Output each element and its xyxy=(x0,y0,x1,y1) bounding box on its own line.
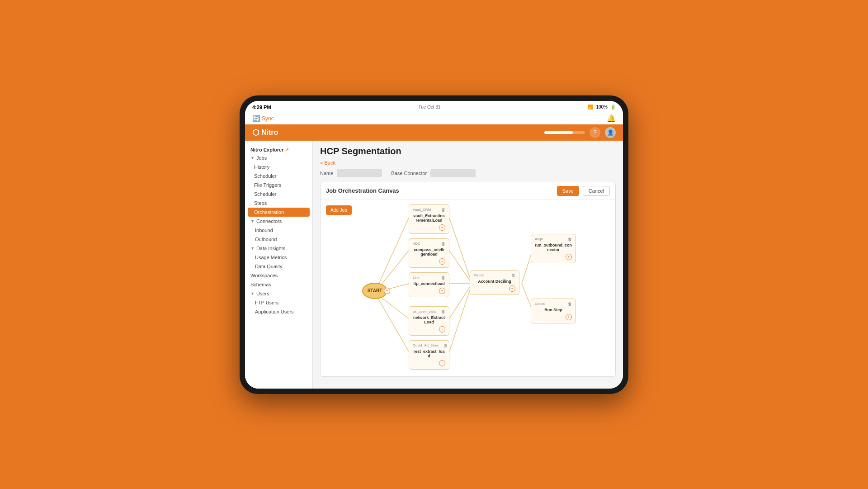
node-us-open-name: network_ExtractLoad xyxy=(413,315,445,324)
content-area: HCP Segmentation < Back Name Base Connec… xyxy=(313,141,623,389)
node-global-label: Global xyxy=(474,273,484,277)
node-vdc-source: VDC xyxy=(413,242,420,246)
delete-vdc-icon[interactable]: 🗑 xyxy=(441,242,445,246)
delete-global-icon[interactable]: 🗑 xyxy=(511,273,515,278)
sidebar-item-schemas[interactable]: Schemas xyxy=(245,280,312,289)
sidebar: Nitro Explorer ↗ ▼ Jobs History Schedule… xyxy=(245,141,313,389)
node-align-add[interactable]: + xyxy=(566,254,572,260)
start-label: START xyxy=(368,288,382,293)
progress-bar xyxy=(544,131,585,134)
delete-align-icon[interactable]: 🗑 xyxy=(568,237,572,242)
delete-vault-icon[interactable]: 🗑 xyxy=(441,208,445,212)
node-vault-add[interactable]: + xyxy=(439,224,445,231)
name-input[interactable] xyxy=(337,169,382,177)
chevron-down-icon-data-insights: ▼ xyxy=(250,246,255,251)
node-vault-source: Vault_CRM xyxy=(413,208,431,212)
node-align-label: Align xyxy=(535,237,543,241)
node-runstep-header: Global 🗑 xyxy=(535,302,572,306)
node-vdc: VDC 🗑 compass_intelligentioad + xyxy=(409,238,449,268)
help-icon[interactable]: ? xyxy=(590,127,600,138)
node-covid-add[interactable]: + xyxy=(439,360,445,366)
delete-link-icon[interactable]: 🗑 xyxy=(441,275,445,280)
start-node[interactable]: START + xyxy=(362,283,387,299)
sidebar-item-inbound[interactable]: Inbound xyxy=(245,226,312,235)
back-link[interactable]: < Back xyxy=(320,160,335,166)
tablet-screen: 4:29 PM Tue Oct 31 📶 100% 🔋 🔄 Sync 🔔 ⬡ N… xyxy=(245,101,623,389)
delete-us-open-icon[interactable]: 🗑 xyxy=(441,309,445,314)
node-vault-name: vault_ExtractIncremental​Load xyxy=(413,214,445,223)
sidebar-category-users[interactable]: ▼ Users xyxy=(245,289,312,298)
delete-covid-icon[interactable]: 🗑 xyxy=(443,343,448,348)
main-area: Nitro Explorer ↗ ▼ Jobs History Schedule… xyxy=(245,141,623,389)
add-job-button[interactable]: Add Job xyxy=(326,205,352,215)
sidebar-item-data-quality[interactable]: Data Quality xyxy=(245,262,312,271)
canvas-body: Add Job xyxy=(321,200,615,376)
sidebar-item-ftp-users[interactable]: FTP Users xyxy=(245,298,312,307)
sidebar-item-scheduler1[interactable]: Scheduler xyxy=(245,171,312,180)
node-link-add[interactable]: + xyxy=(439,288,445,294)
svg-line-5 xyxy=(449,218,472,284)
node-link: Link 🗑 ftp_connectload + xyxy=(409,272,449,297)
sidebar-item-file-triggers[interactable]: File Triggers xyxy=(245,180,312,190)
sidebar-item-orchestration[interactable]: Orchestration xyxy=(248,208,310,217)
cancel-button[interactable]: Cancel xyxy=(583,186,610,196)
bell-icon[interactable]: 🔔 xyxy=(607,114,616,123)
user-avatar[interactable]: 👤 xyxy=(605,127,616,138)
node-vdc-name: compass_intelligentioad xyxy=(413,247,445,256)
sidebar-item-outbound[interactable]: Outbound xyxy=(245,235,312,244)
external-link-icon: ↗ xyxy=(285,147,289,152)
name-field: Name xyxy=(320,169,382,177)
form-row: Name Base Connector xyxy=(320,169,616,177)
sidebar-category-data-insights[interactable]: ▼ Data Insights xyxy=(245,244,312,253)
node-us-open-source: us_open_data xyxy=(413,309,436,313)
sync-bar: 🔄 Sync 🔔 xyxy=(245,114,623,124)
node-global-name: Account Deciling xyxy=(474,279,515,284)
sidebar-item-workspaces[interactable]: Workspaces xyxy=(245,271,312,280)
node-vdc-add[interactable]: + xyxy=(439,258,445,265)
sync-icon: 🔄 xyxy=(252,115,260,122)
sidebar-item-application-users[interactable]: Application Users xyxy=(245,307,312,316)
explorer-label: Nitro Explorer ↗ xyxy=(245,144,312,153)
save-button[interactable]: Save xyxy=(557,186,579,196)
status-date: Tue Oct 31 xyxy=(418,104,440,109)
node-global-add[interactable]: + xyxy=(509,285,515,292)
chevron-down-icon-connectors: ▼ xyxy=(250,219,255,223)
svg-line-9 xyxy=(449,284,472,351)
node-runstep-label: Global xyxy=(535,302,545,306)
sidebar-category-jobs[interactable]: ▼ Jobs xyxy=(245,153,312,162)
node-run-step: Global 🗑 Run Step + xyxy=(531,299,576,323)
sidebar-category-connectors[interactable]: ▼ Connectors xyxy=(245,217,312,226)
battery-icon: 🔋 xyxy=(610,104,616,109)
canvas-section: Job Orchestration Canvas Save Cancel Add… xyxy=(320,182,616,377)
sidebar-item-usage-metrics[interactable]: Usage Metrics xyxy=(245,253,312,262)
canvas-header: Job Orchestration Canvas Save Cancel xyxy=(321,182,615,200)
node-runstep-name: Run Step xyxy=(535,308,572,312)
tablet-device: 4:29 PM Tue Oct 31 📶 100% 🔋 🔄 Sync 🔔 ⬡ N… xyxy=(240,95,628,394)
node-covid-header: Covid_Act_Now_... 🗑 xyxy=(413,343,445,348)
brand-logo: ⬡ Nitro xyxy=(252,128,278,138)
connector-field: Base Connector xyxy=(391,169,476,177)
node-us-open-add[interactable]: + xyxy=(439,326,445,332)
node-us-open-header: us_open_data 🗑 xyxy=(413,309,445,314)
connector-label: Base Connector xyxy=(391,171,427,176)
node-runstep-add[interactable]: + xyxy=(566,314,572,320)
user-icon: 👤 xyxy=(607,129,614,136)
node-vdc-header: VDC 🗑 xyxy=(413,242,445,246)
sidebar-item-scheduler2[interactable]: Scheduler xyxy=(245,190,312,199)
sync-label[interactable]: 🔄 Sync xyxy=(252,115,274,122)
nav-right: ? 👤 xyxy=(544,127,616,138)
wifi-icon: 📶 xyxy=(588,104,593,109)
sidebar-item-history[interactable]: History xyxy=(245,162,312,171)
status-bar: 4:29 PM Tue Oct 31 📶 100% 🔋 xyxy=(245,101,623,114)
start-add-icon[interactable]: + xyxy=(384,288,390,294)
svg-line-6 xyxy=(449,251,472,284)
delete-runstep-icon[interactable]: 🗑 xyxy=(568,302,572,306)
page-title: HCP Segmentation xyxy=(320,146,616,157)
node-link-header: Link 🗑 xyxy=(413,275,445,280)
sidebar-item-steps[interactable]: Steps xyxy=(245,199,312,208)
canvas-title: Job Orchestration Canvas xyxy=(326,187,399,194)
connector-input[interactable] xyxy=(430,169,476,177)
svg-line-0 xyxy=(375,218,409,293)
battery-label: 100% xyxy=(596,104,608,109)
chevron-down-icon-users: ▼ xyxy=(250,291,255,296)
